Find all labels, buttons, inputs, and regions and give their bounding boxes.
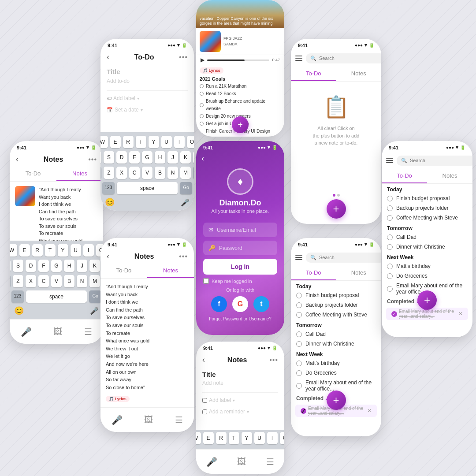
key-space-b[interactable]: space	[117, 182, 178, 194]
key-c2[interactable]: C	[129, 167, 140, 179]
music-card[interactable]: FPG JAZZSAMBA	[196, 28, 284, 55]
key-d2[interactable]: D	[116, 151, 127, 164]
key-f[interactable]: F	[38, 260, 49, 272]
key-r[interactable]: R	[32, 244, 43, 257]
note-lyrics-item[interactable]: "And though I reallyWant you backI don't…	[100, 279, 194, 406]
key-m[interactable]: M	[89, 275, 100, 287]
hamburger-icon[interactable]	[294, 55, 303, 62]
key-u2[interactable]: U	[161, 136, 172, 148]
search-input-6[interactable]	[319, 255, 380, 260]
key-n[interactable]: N	[77, 275, 87, 287]
search-input-4[interactable]	[319, 56, 380, 61]
note-title-field[interactable]: Title	[202, 371, 278, 378]
title-placeholder[interactable]: Title	[107, 68, 188, 75]
key-v[interactable]: V	[51, 275, 62, 287]
google-login-btn[interactable]: G	[232, 296, 248, 312]
back-btn-5[interactable]: ‹	[201, 154, 204, 163]
key-a2[interactable]: A	[100, 151, 101, 164]
key-h[interactable]: H	[64, 260, 74, 272]
mic-s[interactable]: 🎤	[112, 415, 123, 425]
key-w[interactable]: W	[10, 244, 17, 257]
tab-todo-s[interactable]: To-Do	[100, 264, 147, 278]
image-icon[interactable]: 🖼	[53, 327, 62, 337]
tab-todo-6[interactable]: To-Do	[291, 266, 336, 280]
key-go-b[interactable]: Go	[180, 182, 192, 194]
key-h2[interactable]: H	[155, 151, 165, 164]
tab-todo-4[interactable]: To-Do	[291, 67, 336, 81]
search-input-9[interactable]	[410, 158, 471, 163]
key-w2[interactable]: W	[100, 136, 108, 148]
forgot-link[interactable]: Forgot Password or Username?	[196, 316, 284, 321]
key-j2[interactable]: J	[167, 151, 178, 164]
image-icon-7[interactable]: 🖼	[237, 457, 246, 467]
key-l2[interactable]: L	[193, 151, 194, 164]
ki7[interactable]: I	[267, 432, 278, 444]
keep-logged-checkbox[interactable]	[203, 278, 209, 284]
note-body-field[interactable]: Add note	[202, 380, 278, 386]
fab-4[interactable]: +	[327, 199, 346, 219]
todo-bday-6[interactable]: Matt's birthday	[291, 358, 381, 368]
mic-kb-icon-b[interactable]: 🎤	[181, 198, 190, 207]
key-n2[interactable]: N	[167, 167, 178, 179]
key-c[interactable]: C	[38, 275, 49, 287]
more-btn-2[interactable]: •••	[179, 53, 188, 61]
todo-backup-9[interactable]: Backup projects folder	[382, 203, 472, 213]
mic-kb-icon[interactable]: 🎤	[90, 307, 99, 315]
ky7[interactable]: Y	[242, 432, 252, 444]
key-m2[interactable]: M	[180, 167, 191, 179]
key-r2[interactable]: R	[123, 136, 134, 148]
add-label-text[interactable]: Add label	[113, 95, 135, 101]
todo-bday-9[interactable]: Matt's birthday	[382, 261, 472, 271]
key-e[interactable]: E	[19, 244, 30, 257]
search-6[interactable]: 🔍	[306, 253, 381, 263]
tab-notes-9[interactable]: Notes	[427, 169, 472, 183]
key-t2[interactable]: T	[136, 136, 146, 148]
ku7[interactable]: U	[254, 432, 265, 444]
key-b[interactable]: B	[64, 275, 74, 287]
ko7[interactable]: O	[280, 432, 285, 444]
list-s[interactable]: ☰	[175, 415, 183, 425]
key-o2[interactable]: O	[187, 136, 194, 148]
hamburger-9[interactable]	[385, 157, 394, 164]
fab-add[interactable]: +	[232, 116, 249, 133]
label-check[interactable]	[202, 398, 207, 403]
todo-finish-6[interactable]: Finish budget proposal	[291, 290, 381, 300]
key-x2[interactable]: X	[116, 167, 127, 179]
todo-dad-6[interactable]: Call Dad	[291, 329, 381, 339]
key-k[interactable]: K	[89, 260, 100, 272]
key-s2[interactable]: S	[104, 151, 114, 164]
key-123[interactable]: 123	[11, 290, 24, 303]
key-z[interactable]: Z	[13, 275, 23, 287]
back-btn-7[interactable]: ‹	[202, 355, 205, 364]
tab-todo[interactable]: To-Do	[10, 167, 56, 181]
key-i2[interactable]: I	[174, 136, 185, 148]
key-y[interactable]: Y	[58, 244, 68, 257]
key-s[interactable]: S	[13, 260, 23, 272]
mic-icon-7[interactable]: 🎤	[206, 457, 217, 467]
tab-notes-4[interactable]: Notes	[336, 67, 382, 81]
password-input[interactable]	[219, 245, 284, 251]
search-bar-4[interactable]: 🔍	[306, 53, 381, 63]
more-button[interactable]: •••	[88, 156, 97, 164]
key-d[interactable]: D	[26, 260, 36, 272]
key-b2[interactable]: B	[155, 167, 165, 179]
todo-coffee-9[interactable]: Coffee Meeting with Steve	[382, 213, 472, 223]
twitter-login-btn[interactable]: t	[253, 296, 269, 312]
tab-notes[interactable]: Notes	[56, 167, 103, 181]
checklist-icon-7[interactable]: ☰	[266, 457, 274, 467]
todo-dad-9[interactable]: Call Dad	[382, 232, 472, 242]
set-date-text[interactable]: Set a date	[115, 107, 139, 113]
login-button[interactable]: Log In	[203, 259, 277, 275]
key-i[interactable]: I	[83, 244, 94, 257]
fab-6[interactable]: +	[327, 390, 346, 410]
ke7[interactable]: E	[203, 432, 214, 444]
tab-notes-6[interactable]: Notes	[336, 266, 382, 280]
key-u[interactable]: U	[71, 244, 81, 257]
key-backspace2[interactable]: ⌫	[193, 167, 194, 179]
username-email-input[interactable]	[217, 227, 283, 233]
key-e2[interactable]: E	[110, 136, 121, 148]
key-j[interactable]: J	[77, 260, 87, 272]
key-a[interactable]: A	[10, 260, 11, 272]
emoji-icon[interactable]: 😊	[14, 306, 24, 316]
fab-9[interactable]: +	[417, 290, 437, 310]
